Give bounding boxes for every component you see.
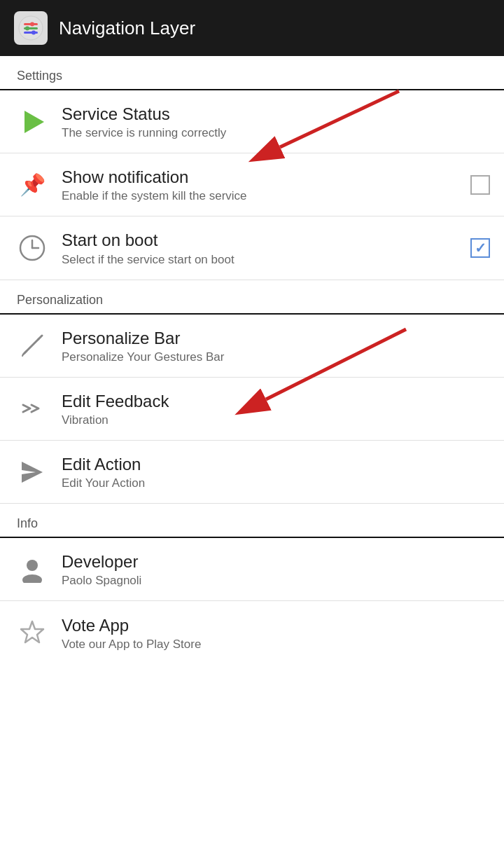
vote-app-subtitle: Vote our App to Play Store xyxy=(62,638,490,652)
clock-icon xyxy=(14,230,50,266)
svg-line-16 xyxy=(23,351,27,354)
show-notification-checkbox[interactable] xyxy=(470,175,490,195)
vote-app-item[interactable]: Vote App Vote our App to Play Store xyxy=(0,601,504,664)
service-status-subtitle: The service is running correctly xyxy=(62,126,490,140)
edit-feedback-subtitle: Vibration xyxy=(62,413,490,427)
start-on-boot-subtitle: Select if the service start on boot xyxy=(62,253,462,267)
vote-app-title: Vote App xyxy=(62,614,490,636)
developer-title: Developer xyxy=(62,551,490,572)
start-on-boot-title: Start on boot xyxy=(62,229,462,251)
app-title: Navigation Layer xyxy=(59,18,195,39)
svg-line-17 xyxy=(22,354,23,356)
play-icon xyxy=(14,104,50,140)
svg-point-4 xyxy=(30,22,34,27)
personalize-bar-subtitle: Personalize Your Gestures Bar xyxy=(62,350,490,364)
edit-feedback-title: Edit Feedback xyxy=(62,390,490,412)
app-icon xyxy=(14,11,48,45)
start-on-boot-checkbox[interactable]: ✓ xyxy=(470,238,490,258)
show-notification-subtitle: Enable if the system kill the service xyxy=(62,189,462,203)
service-status-title: Service Status xyxy=(62,103,490,125)
personalize-bar-item[interactable]: Personalize Bar Personalize Your Gesture… xyxy=(0,315,504,378)
svg-point-19 xyxy=(27,560,38,571)
show-notification-item[interactable]: 📌 Show notification Enable if the system… xyxy=(0,153,504,216)
personalize-bar-title: Personalize Bar xyxy=(62,327,490,349)
developer-subtitle: Paolo Spagnoli xyxy=(62,574,490,588)
svg-marker-18 xyxy=(22,462,43,483)
star-icon xyxy=(14,614,50,651)
forward-arrows-icon xyxy=(14,390,50,427)
pin-icon: 📌 xyxy=(14,167,50,203)
svg-point-20 xyxy=(22,574,42,583)
svg-marker-21 xyxy=(21,621,43,642)
person-icon xyxy=(14,551,50,588)
developer-item[interactable]: Developer Paolo Spagnoli xyxy=(0,538,504,601)
app-bar: Navigation Layer xyxy=(0,0,504,56)
info-section-header: Info xyxy=(0,504,504,537)
svg-point-5 xyxy=(25,27,29,31)
settings-section-header: Settings xyxy=(0,56,504,89)
service-status-item[interactable]: Service Status The service is running co… xyxy=(0,90,504,153)
edit-action-subtitle: Edit Your Action xyxy=(62,476,490,490)
edit-action-item[interactable]: Edit Action Edit Your Action xyxy=(0,441,504,504)
pencil-icon xyxy=(14,327,50,364)
send-icon xyxy=(14,454,50,490)
show-notification-title: Show notification xyxy=(62,166,462,188)
edit-feedback-item[interactable]: Edit Feedback Vibration xyxy=(0,378,504,441)
edit-action-title: Edit Action xyxy=(62,453,490,475)
personalization-section-header: Personalization xyxy=(0,280,504,313)
svg-line-15 xyxy=(38,336,42,339)
svg-point-6 xyxy=(31,31,36,35)
start-on-boot-item[interactable]: Start on boot Select if the service star… xyxy=(0,216,504,280)
